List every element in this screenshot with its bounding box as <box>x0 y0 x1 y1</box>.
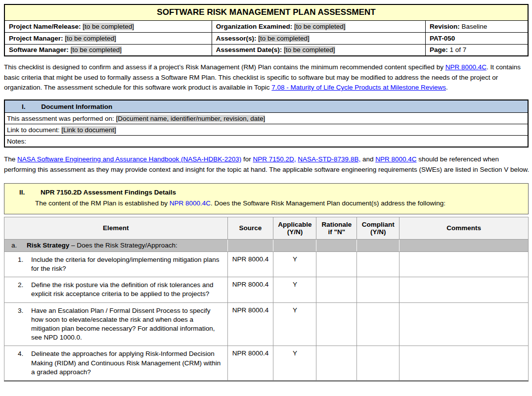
reference-paragraph: The NASA Software Engineering and Assura… <box>4 154 530 175</box>
item-compliant-cell[interactable] <box>357 346 399 381</box>
table-row-item-3: 3. Have an Escalation Plan / Formal Diss… <box>4 302 529 346</box>
table-row-item-2: 2. Define the risk posture via the defin… <box>4 277 529 302</box>
item-applicable-cell[interactable]: Y <box>273 346 316 381</box>
item-text: Define the risk posture via the definiti… <box>31 281 222 298</box>
link-npr-8000-4c-2[interactable]: NPR 8000.4C <box>375 155 416 163</box>
table-row-item-1: 1. Include the criteria for developing/i… <box>4 251 529 277</box>
software-manager-field[interactable]: [to be completed] <box>71 46 122 53</box>
organization-examined-field[interactable]: [to be completed] <box>294 23 346 30</box>
table-row: Software Manager: [to be completed] Asse… <box>4 44 528 56</box>
item-compliant-cell[interactable] <box>357 302 399 346</box>
item-source: NPR 8000.4 <box>227 251 273 277</box>
group-suffix: – Does the Risk Strategy/Approach: <box>69 242 177 249</box>
reference-text: and <box>360 155 375 163</box>
project-name-field[interactable]: [to be completed] <box>83 23 134 30</box>
item-number: 3. <box>18 306 31 343</box>
table-row: Project Name/Release: [to be completed] … <box>4 20 528 32</box>
revision-label: Revision: <box>430 23 460 30</box>
item-source: NPR 8000.4 <box>227 277 273 302</box>
item-rationale-cell[interactable] <box>316 346 357 381</box>
assessment-dates-field[interactable]: [to be completed] <box>284 46 335 53</box>
performed-on-label: This assessment was performed on: <box>7 115 114 122</box>
section2-title-line: II. NPR 7150.2D Assessment Findings Deta… <box>4 188 525 198</box>
page-label: Page: <box>430 46 448 53</box>
project-info-table: SOFTWARE RISK MANAGEMENT PLAN ASSESSMENT… <box>4 4 529 56</box>
assessor-label: Assessor(s): <box>216 35 257 42</box>
column-header-element: Element <box>4 217 228 239</box>
table-row: Link to document: [Link to document] <box>4 124 528 136</box>
table-row-item-4: 4. Delineate the approaches for applying… <box>4 346 529 381</box>
column-header-comments: Comments <box>399 217 529 239</box>
section2-subtitle: The content of the RM Plan is establishe… <box>35 198 525 208</box>
intro-paragraph: This checklist is designed to confirm an… <box>4 62 530 93</box>
item-rationale-cell[interactable] <box>316 251 357 277</box>
section2-subtitle-text: . Does the Software Risk Management Plan… <box>211 199 445 207</box>
item-applicable-cell[interactable]: Y <box>273 251 316 277</box>
link-npr-7150-2d[interactable]: NPR 7150.2D, <box>253 155 296 163</box>
section1-heading: Document Information <box>41 103 112 110</box>
column-header-applicable: Applicable (Y/N) <box>273 217 316 239</box>
reference-text: The <box>4 155 17 163</box>
group-title: Risk Strategy <box>27 242 69 249</box>
link-topic-7-08[interactable]: 7.08 - Maturity of Life Cycle Products a… <box>271 84 446 91</box>
item-comments-cell[interactable] <box>399 302 529 346</box>
section2-header-box: II. NPR 7150.2D Assessment Findings Deta… <box>4 183 529 214</box>
column-header-rationale: Rationale if "N" <box>316 217 357 239</box>
notes-label: Notes: <box>7 138 26 145</box>
revision-value: Baseline <box>462 23 488 30</box>
item-text: Have an Escalation Plan / Formal Dissent… <box>31 306 222 343</box>
column-header-compliant: Compliant (Y/N) <box>357 217 399 239</box>
section1-header: I. Document Information <box>4 100 528 113</box>
assessor-field[interactable]: [to be completed] <box>258 35 310 42</box>
page-value: 1 of 7 <box>450 46 467 53</box>
section2-subtitle-text: The content of the RM Plan is establishe… <box>35 199 170 207</box>
link-npr-8000-4c[interactable]: NPR 8000.4C <box>445 63 487 71</box>
item-text: Include the criteria for developing/impl… <box>31 255 222 273</box>
link-nasa-std-8739-8b[interactable]: NASA-STD-8739.8B, <box>298 155 360 163</box>
item-source: NPR 8000.4 <box>227 302 273 346</box>
group-letter: a. <box>11 242 17 249</box>
section1-number: I. <box>22 103 26 110</box>
pat-number: PAT-050 <box>430 35 455 42</box>
link-nasa-hdbk-2203[interactable]: NASA Software Engineering and Assurance … <box>17 155 241 163</box>
item-number: 2. <box>18 281 31 298</box>
item-comments-cell[interactable] <box>399 251 529 277</box>
software-manager-label: Software Manager: <box>9 46 69 53</box>
project-manager-field[interactable]: [to be completed] <box>65 35 116 42</box>
section2-number: II. <box>19 189 25 196</box>
section2-heading: NPR 7150.2D Assessment Findings Details <box>41 189 176 196</box>
table-row: This assessment was performed on: [Docum… <box>4 113 528 124</box>
project-manager-label: Project Manager: <box>9 35 63 42</box>
intro-text: This checklist is designed to confirm an… <box>4 63 445 71</box>
item-number: 1. <box>18 255 31 273</box>
group-row-risk-strategy: a. Risk Strategy – Does the Risk Strateg… <box>4 239 529 251</box>
item-compliant-cell[interactable] <box>357 277 399 302</box>
document-page: SOFTWARE RISK MANAGEMENT PLAN ASSESSMENT… <box>0 0 532 396</box>
item-compliant-cell[interactable] <box>357 251 399 277</box>
item-rationale-cell[interactable] <box>316 277 357 302</box>
link-to-document-field[interactable]: [Link to document] <box>61 126 116 134</box>
item-text: Delineate the approaches for applying Ri… <box>31 349 222 377</box>
column-header-source: Source <box>227 217 273 239</box>
table-row: Notes: <box>4 136 528 147</box>
assessment-dates-label: Assessment Date(s): <box>216 46 282 53</box>
table-row: Project Manager: [to be completed] Asses… <box>4 32 528 44</box>
item-source: NPR 8000.4 <box>227 346 273 381</box>
findings-table: Element Source Applicable (Y/N) Rational… <box>4 217 529 382</box>
reference-text: for <box>241 155 253 163</box>
item-comments-cell[interactable] <box>399 346 529 381</box>
project-name-label: Project Name/Release: <box>9 23 81 30</box>
item-applicable-cell[interactable]: Y <box>273 302 316 346</box>
page-title: SOFTWARE RISK MANAGEMENT PLAN ASSESSMENT <box>4 4 528 20</box>
item-comments-cell[interactable] <box>399 277 529 302</box>
findings-header-row: Element Source Applicable (Y/N) Rational… <box>4 217 529 239</box>
item-applicable-cell[interactable]: Y <box>273 277 316 302</box>
item-rationale-cell[interactable] <box>316 302 357 346</box>
link-to-document-label: Link to document: <box>7 126 60 134</box>
performed-on-field[interactable]: [Document name, identifier/number, revis… <box>116 115 266 122</box>
document-information-table: I. Document Information This assessment … <box>4 99 529 148</box>
item-number: 4. <box>18 349 31 377</box>
link-npr-8000-4c-3[interactable]: NPR 8000.4C <box>170 199 211 207</box>
intro-text: . <box>446 84 448 91</box>
organization-examined-label: Organization Examined: <box>216 23 293 30</box>
